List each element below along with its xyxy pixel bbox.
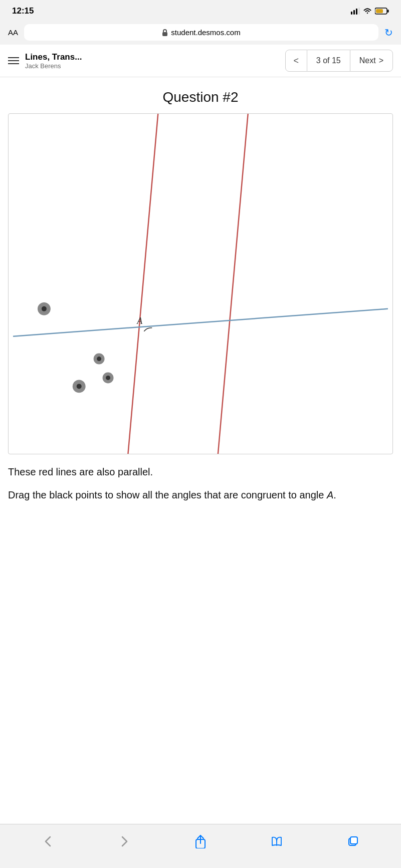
svg-rect-1 xyxy=(353,10,355,15)
svg-rect-5 xyxy=(387,10,389,13)
hamburger-line-1 xyxy=(8,57,19,58)
svg-rect-3 xyxy=(358,8,360,15)
browser-back-button[interactable] xyxy=(37,830,59,852)
browser-url-container[interactable]: student.desmos.com xyxy=(24,24,378,41)
copy-tab-button[interactable] xyxy=(342,830,364,852)
browser-aa-label[interactable]: AA xyxy=(8,28,18,37)
book-icon xyxy=(271,835,283,847)
svg-rect-8 xyxy=(13,114,388,454)
svg-rect-2 xyxy=(356,9,357,15)
back-arrow-icon xyxy=(45,836,52,847)
lock-icon xyxy=(162,29,168,36)
bookmarks-button[interactable] xyxy=(266,830,288,852)
hamburger-menu-button[interactable] xyxy=(8,57,19,64)
main-content: Question #2 A xyxy=(0,77,401,824)
nav-counter: 3 of 15 xyxy=(307,50,350,72)
status-time: 12:15 xyxy=(12,6,34,16)
browser-forward-button[interactable] xyxy=(113,830,135,852)
graph-container[interactable]: A xyxy=(8,113,393,454)
nav-next-arrow: > xyxy=(379,56,383,65)
nav-title-block: Lines, Trans... Jack Berens xyxy=(25,52,279,70)
nav-prev-button[interactable]: < xyxy=(285,50,307,72)
svg-point-16 xyxy=(97,357,101,361)
svg-point-20 xyxy=(77,384,82,389)
status-bar: 12:15 xyxy=(0,0,401,22)
hamburger-line-2 xyxy=(8,60,19,61)
svg-point-18 xyxy=(106,376,110,380)
browser-refresh-button[interactable]: ↻ xyxy=(384,27,393,39)
svg-point-14 xyxy=(42,306,47,311)
nav-subtitle: Jack Berens xyxy=(25,62,279,70)
description-2-text-part2: . xyxy=(333,489,336,500)
nav-header: Lines, Trans... Jack Berens < 3 of 15 Ne… xyxy=(0,45,401,77)
svg-rect-7 xyxy=(162,32,167,36)
hamburger-line-3 xyxy=(8,63,19,64)
description-line-1: These red lines are also parallel. xyxy=(8,464,393,479)
nav-next-button[interactable]: Next > xyxy=(350,50,393,72)
description-2-text-part1: Drag the black points to show all the an… xyxy=(8,489,327,500)
signal-icon xyxy=(351,8,360,15)
status-icons xyxy=(351,8,389,15)
bottom-toolbar xyxy=(0,824,401,868)
forward-arrow-icon xyxy=(121,836,128,847)
svg-rect-0 xyxy=(351,12,352,15)
svg-rect-6 xyxy=(376,9,383,13)
battery-icon xyxy=(375,8,389,15)
graph-svg: A xyxy=(9,114,392,454)
description-line-2: Drag the black points to show all the an… xyxy=(8,487,393,502)
description-2-italic: A xyxy=(327,489,333,500)
copy-tab-icon xyxy=(347,835,359,847)
wifi-icon xyxy=(363,8,372,15)
share-button[interactable] xyxy=(189,830,212,852)
browser-bar: AA student.desmos.com ↻ xyxy=(0,22,401,45)
share-icon xyxy=(195,834,206,848)
nav-controls: < 3 of 15 Next > xyxy=(285,50,393,72)
question-title: Question #2 xyxy=(8,77,393,113)
svg-text:A: A xyxy=(136,316,143,326)
browser-url-text: student.desmos.com xyxy=(171,28,240,37)
nav-next-label: Next xyxy=(359,56,376,65)
description: These red lines are also parallel. Drag … xyxy=(8,464,393,502)
nav-title: Lines, Trans... xyxy=(25,52,279,62)
svg-rect-24 xyxy=(350,837,357,844)
